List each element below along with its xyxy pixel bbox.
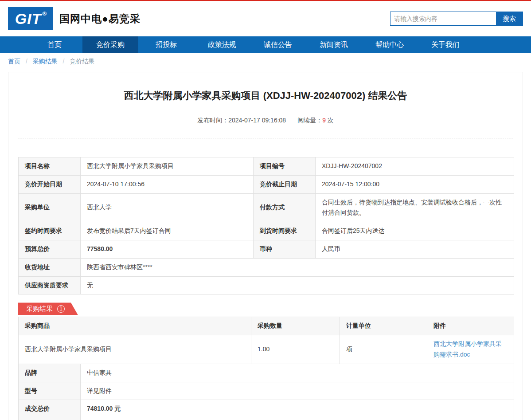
breadcrumb-separator: / xyxy=(26,58,27,65)
breadcrumb-current: 竞价结果 xyxy=(70,58,94,65)
detail-value: 详见附件 xyxy=(81,382,514,400)
detail-value: 中信家具 xyxy=(81,364,514,382)
table-row: 签约时间要求 发布竞价结果后7天内签订合同 到货时间要求 合同签订后25天内送达 xyxy=(19,222,514,240)
nav-item-tenders[interactable]: 招投标 xyxy=(138,36,194,53)
info-value: 2024-07-10 17:00:56 xyxy=(81,175,254,193)
nav-item-policies[interactable]: 政策法规 xyxy=(194,36,250,53)
table-row: 成交总价 74810.00 元 xyxy=(19,400,514,418)
column-header: 计量单位 xyxy=(340,317,427,335)
search-bar: 搜索 xyxy=(390,12,523,26)
table-row: 收货地址 陕西省西安市碑林区**** xyxy=(19,258,514,276)
count-badge: 1 xyxy=(57,305,65,313)
info-value: 2024-07-15 12:00:00 xyxy=(316,175,514,193)
info-value: 发布竞价结果后7天内签订合同 xyxy=(81,222,254,240)
table-row: 预算总价 77580.00 币种 人民币 xyxy=(19,240,514,258)
table-row: 品牌 中信家具 xyxy=(19,364,514,382)
publish-time-label: 发布时间： xyxy=(197,117,228,124)
nav-item-home[interactable]: 首页 xyxy=(27,36,82,53)
nav-item-news[interactable]: 新闻资讯 xyxy=(306,36,362,53)
budget-total-price: 77580.00 xyxy=(81,240,254,258)
info-label: 项目名称 xyxy=(19,157,81,176)
info-value: 西北大学附属小学家具采购项目 xyxy=(81,157,254,176)
publish-time-value: 2024-07-17 09:16:08 xyxy=(228,117,286,124)
info-value: XDJJ-HW-202407002 xyxy=(316,157,514,176)
registered-mark: ® xyxy=(43,10,47,17)
purchase-result-tag: 采购结果 1 xyxy=(18,302,78,315)
info-value: 陕西省西安市碑林区**** xyxy=(81,258,514,276)
table-row: 型号 详见附件 xyxy=(19,382,514,400)
nav-item-integrity-notice[interactable]: 诚信公告 xyxy=(250,36,306,53)
nav-item-help-center[interactable]: 帮助中心 xyxy=(362,36,418,53)
table-row: 供应商资质要求 无 xyxy=(19,276,514,294)
search-button[interactable]: 搜索 xyxy=(496,12,523,25)
info-label: 项目编号 xyxy=(254,157,316,176)
table-header-row: 采购商品 采购数量 计量单位 附件 xyxy=(19,317,514,335)
info-label: 签约时间要求 xyxy=(19,222,81,240)
column-header: 采购数量 xyxy=(251,317,340,335)
info-value: 合同签订后25天内送达 xyxy=(316,222,514,240)
info-label: 币种 xyxy=(254,240,316,258)
detail-label: 型号 xyxy=(19,382,81,400)
info-value: 合同生效后，待货物到达指定地点、安装调试验收合格后，一次性付清合同货款。 xyxy=(316,193,514,222)
purchase-result-table: 采购商品 采购数量 计量单位 附件 西北大学附属小学家具采购项目 1.00 项 … xyxy=(18,317,514,364)
info-value: 无 xyxy=(81,276,514,294)
column-header: 附件 xyxy=(427,317,514,335)
result-detail-table: 品牌 中信家具 型号 详见附件 成交总价 74810.00 元 成交供应商 西安… xyxy=(18,364,514,420)
info-label: 采购单位 xyxy=(19,193,81,222)
table-row: 竞价开始日期 2024-07-10 17:00:56 竞价截止日期 2024-0… xyxy=(19,175,514,193)
article-meta: 发布时间：2024-07-17 09:16:08阅读量：9 次 xyxy=(8,117,523,125)
logo-text: GIT xyxy=(15,10,42,27)
info-label: 竞价开始日期 xyxy=(19,175,81,193)
breadcrumb-home[interactable]: 首页 xyxy=(8,58,20,65)
purchase-result-label: 采购结果 xyxy=(26,305,53,313)
info-label: 供应商资质要求 xyxy=(19,276,81,294)
nav-item-bidding-purchase[interactable]: 竞价采购 xyxy=(82,36,138,53)
article-title: 西北大学附属小学家具采购项目 (XDJJ-HW-202407002) 结果公告 xyxy=(8,72,523,102)
info-label: 竞价截止日期 xyxy=(254,175,316,193)
content-card: 西北大学附属小学家具采购项目 (XDJJ-HW-202407002) 结果公告 … xyxy=(8,72,523,420)
site-logo[interactable]: GIT® xyxy=(8,7,53,30)
site-header: GIT® 国网中电●易竞采 搜索 xyxy=(8,1,523,36)
table-row: 西北大学附属小学家具采购项目 1.00 项 西北大学附属小学家具采购需求书.do… xyxy=(19,335,514,364)
deal-supplier: 西安爵尚达智能系统有限公司 xyxy=(81,418,514,420)
views-count: 9 xyxy=(322,117,326,124)
views-label: 阅读量： xyxy=(297,117,322,124)
breadcrumb-separator: / xyxy=(63,58,65,65)
info-value: 人民币 xyxy=(316,240,514,258)
views-unit: 次 xyxy=(328,117,334,124)
info-label: 付款方式 xyxy=(254,193,316,222)
table-row: 成交供应商 西安爵尚达智能系统有限公司 xyxy=(19,418,514,420)
info-label: 收货地址 xyxy=(19,258,81,276)
detail-label: 成交供应商 xyxy=(19,418,81,420)
main-nav: 首页 竞价采购 招投标 政策法规 诚信公告 新闻资讯 帮助中心 关于我们 xyxy=(0,36,531,53)
table-row: 采购单位 西北大学 付款方式 合同生效后，待货物到达指定地点、安装调试验收合格后… xyxy=(19,193,514,222)
nav-item-about-us[interactable]: 关于我们 xyxy=(418,36,473,53)
deal-total-price: 74810.00 元 xyxy=(81,400,514,418)
project-info-table: 项目名称 西北大学附属小学家具采购项目 项目编号 XDJJ-HW-2024070… xyxy=(18,157,514,294)
dashed-separator xyxy=(18,138,513,138)
info-value: 西北大学 xyxy=(81,193,254,222)
product-unit: 项 xyxy=(340,335,427,364)
column-header: 采购商品 xyxy=(19,317,251,335)
breadcrumb: 首页 / 采购结果 / 竞价结果 xyxy=(8,58,523,66)
info-label: 预算总价 xyxy=(19,240,81,258)
info-label: 到货时间要求 xyxy=(254,222,316,240)
product-name: 西北大学附属小学家具采购项目 xyxy=(19,335,251,364)
detail-label: 成交总价 xyxy=(19,400,81,418)
site-title: 国网中电●易竞采 xyxy=(59,12,141,26)
table-row: 项目名称 西北大学附属小学家具采购项目 项目编号 XDJJ-HW-2024070… xyxy=(19,157,514,176)
search-input[interactable] xyxy=(390,12,496,25)
attachment-link[interactable]: 西北大学附属小学家具采购需求书.doc xyxy=(433,340,502,358)
breadcrumb-purchase-results[interactable]: 采购结果 xyxy=(33,58,58,65)
product-quantity: 1.00 xyxy=(251,335,340,364)
detail-label: 品牌 xyxy=(19,364,81,382)
